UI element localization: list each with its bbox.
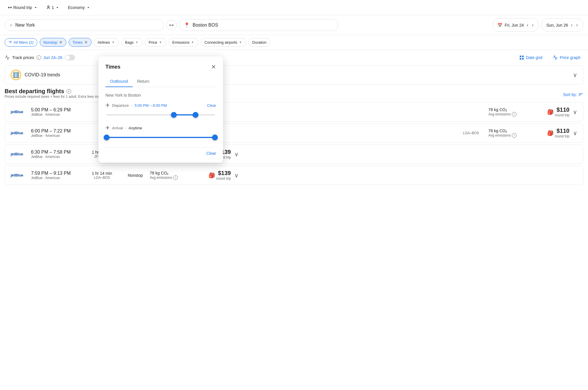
cabin-class-button[interactable]: Economy bbox=[65, 3, 93, 12]
departure-slider-track[interactable] bbox=[107, 112, 215, 118]
covid-banner-left: ℹ️ COVID-19 trends bbox=[11, 70, 60, 80]
swap-button[interactable] bbox=[166, 20, 177, 30]
flight-times: 7:59 PM – 9:13 PM JetBlue · American bbox=[31, 171, 77, 180]
departure-label-text: Departure bbox=[112, 103, 129, 108]
covid-expand-icon[interactable]: ∨ bbox=[573, 71, 577, 78]
flight-dur-val: 1 hr 14 min bbox=[83, 171, 121, 176]
return-next[interactable]: › bbox=[576, 21, 578, 29]
svg-rect-3 bbox=[520, 58, 521, 60]
table-row[interactable]: jetBlue 5:00 PM – 6:29 PM JetBlue · Amer… bbox=[5, 102, 583, 122]
top-bar: Round trip 1 Economy bbox=[0, 0, 588, 15]
airlines-label: Airlines bbox=[98, 40, 110, 45]
sort-by-button[interactable]: Sort by: bbox=[563, 92, 583, 97]
airline-name: jetBlue bbox=[11, 173, 23, 177]
nonstop-chip[interactable]: Nonstop ✕ bbox=[40, 38, 66, 47]
departure-plane-icon: ✈ bbox=[105, 102, 110, 108]
arrival-plane-icon: ✈ bbox=[105, 125, 110, 131]
destination-input[interactable] bbox=[193, 23, 333, 28]
flight-expand-icon[interactable]: ∨ bbox=[573, 108, 577, 115]
sort-by-label: Sort by: bbox=[563, 92, 577, 97]
origin-input-group[interactable]: ○ bbox=[5, 19, 164, 31]
departure-slider-label: ✈ Departure · 5:00 PM – 8:00 PM Clear bbox=[105, 102, 216, 108]
duration-chip[interactable]: Duration bbox=[249, 38, 270, 47]
modal-header: Times ✕ bbox=[105, 63, 216, 70]
airline-logo: jetBlue bbox=[11, 131, 31, 135]
departure-thumb-left[interactable] bbox=[171, 112, 177, 118]
flight-time-range: 6:00 PM – 7:22 PM bbox=[31, 128, 77, 134]
table-row[interactable]: jetBlue 6:00 PM – 7:22 PM JetBlue · Amer… bbox=[5, 123, 583, 143]
svg-point-0 bbox=[48, 6, 49, 7]
emissions-info-icon[interactable]: i bbox=[173, 175, 178, 180]
airline-logo: jetBlue bbox=[11, 152, 31, 156]
dot-sep: · bbox=[131, 103, 132, 108]
all-filters-chip[interactable]: All filters (2) bbox=[5, 38, 37, 47]
price-group: $110 round trip bbox=[555, 106, 569, 117]
bags-label: Bags bbox=[125, 40, 134, 45]
tab-outbound[interactable]: Outbound bbox=[105, 76, 133, 87]
arrival-slider-track[interactable] bbox=[107, 135, 215, 140]
destination-input-group[interactable]: 📍 bbox=[179, 19, 338, 31]
arrival-thumb-left[interactable] bbox=[104, 135, 109, 140]
depart-next[interactable]: › bbox=[531, 21, 534, 29]
tools-row: Track prices i Jun 24–26 Date grid Price… bbox=[5, 50, 583, 65]
track-prices-date: Jun 24–26 bbox=[43, 55, 62, 60]
table-row[interactable]: jetBlue 7:59 PM – 9:13 PM JetBlue · Amer… bbox=[5, 165, 583, 185]
return-prev[interactable]: ‹ bbox=[570, 21, 573, 29]
return-date-group[interactable]: Sun, Jun 26 ‹ › bbox=[541, 18, 583, 32]
origin-input[interactable] bbox=[15, 23, 159, 28]
date-grid-button[interactable]: Date grid bbox=[516, 53, 545, 62]
bag-icon: 🎒 bbox=[209, 172, 215, 179]
arrival-thumb-right[interactable] bbox=[212, 135, 218, 140]
flights-header: Best departing flights i Prices include … bbox=[5, 88, 583, 101]
airline-logo: jetBlue bbox=[11, 173, 31, 177]
price-group: $139 round trip bbox=[216, 170, 231, 181]
emissions-info-icon[interactable]: i bbox=[512, 133, 516, 138]
flight-expand-icon[interactable]: ∨ bbox=[234, 151, 239, 158]
departure-thumb-right[interactable] bbox=[193, 112, 198, 118]
emissions-chip[interactable]: Emissions bbox=[169, 38, 198, 47]
search-bar: ○ 📍 📅 Fri, Jun 24 ‹ › Sun, Jun 26 ‹ › bbox=[0, 15, 588, 35]
track-prices-info-icon[interactable]: i bbox=[36, 55, 41, 60]
duration-label: Duration bbox=[252, 40, 266, 45]
connecting-airports-chip[interactable]: Connecting airports bbox=[201, 38, 246, 47]
flight-route: LGA–BOS bbox=[83, 176, 121, 180]
flight-time-range: 7:59 PM – 9:13 PM bbox=[31, 171, 77, 176]
price-chip[interactable]: Price bbox=[145, 38, 166, 47]
flight-expand-icon[interactable]: ∨ bbox=[573, 130, 577, 137]
departure-clear-button[interactable]: Clear bbox=[207, 103, 216, 108]
times-close[interactable]: ✕ bbox=[84, 40, 88, 45]
covid-banner[interactable]: ℹ️ COVID-19 trends ∨ bbox=[5, 65, 583, 84]
modal-close-button[interactable]: ✕ bbox=[211, 63, 216, 70]
bags-chip[interactable]: Bags bbox=[121, 38, 143, 47]
flights-info-icon[interactable]: i bbox=[67, 89, 71, 94]
flight-expand-icon[interactable]: ∨ bbox=[234, 172, 239, 179]
departure-track-bg bbox=[107, 114, 215, 115]
times-chip[interactable]: Times ✕ bbox=[69, 38, 92, 47]
emissions-label: Avg emissions i bbox=[488, 112, 535, 117]
airlines-chip[interactable]: Airlines bbox=[94, 38, 119, 47]
airline-name: jetBlue bbox=[11, 152, 23, 156]
nonstop-close[interactable]: ✕ bbox=[59, 40, 63, 45]
track-prices-toggle[interactable] bbox=[65, 55, 75, 60]
depart-date-group[interactable]: 📅 Fri, Jun 24 ‹ › bbox=[492, 18, 539, 32]
tab-return[interactable]: Return bbox=[133, 76, 154, 87]
passengers-button[interactable]: 1 bbox=[43, 3, 63, 12]
price-label: round trip bbox=[216, 176, 231, 181]
price-graph-button[interactable]: Price graph bbox=[550, 53, 583, 62]
round-trip-label: Round trip bbox=[13, 5, 32, 10]
times-modal: Times ✕ Outbound Return New York to Bost… bbox=[98, 56, 223, 163]
flight-stops: Nonstop bbox=[121, 173, 150, 178]
round-trip-button[interactable]: Round trip bbox=[5, 3, 41, 12]
filter-bar: All filters (2) Nonstop ✕ Times ✕ Airlin… bbox=[0, 35, 588, 50]
emissions-info-icon[interactable]: i bbox=[512, 112, 516, 117]
flight-emissions: 78 kg CO₂ Avg emissions i bbox=[488, 107, 535, 117]
bag-icon: 🎒 bbox=[547, 130, 554, 136]
right-tools: Date grid Price graph bbox=[516, 53, 583, 62]
emissions-label: Emissions bbox=[172, 40, 189, 45]
depart-prev[interactable]: ‹ bbox=[526, 21, 529, 29]
nonstop-label: Nonstop bbox=[43, 40, 57, 45]
cabin-class-label: Economy bbox=[68, 5, 85, 10]
flight-emissions: 78 kg CO₂ Avg emissions i bbox=[488, 128, 535, 138]
table-row[interactable]: jetBlue 6:30 PM – 7:58 PM JetBlue · Amer… bbox=[5, 144, 583, 164]
modal-footer-clear-button[interactable]: Clear bbox=[207, 151, 216, 156]
